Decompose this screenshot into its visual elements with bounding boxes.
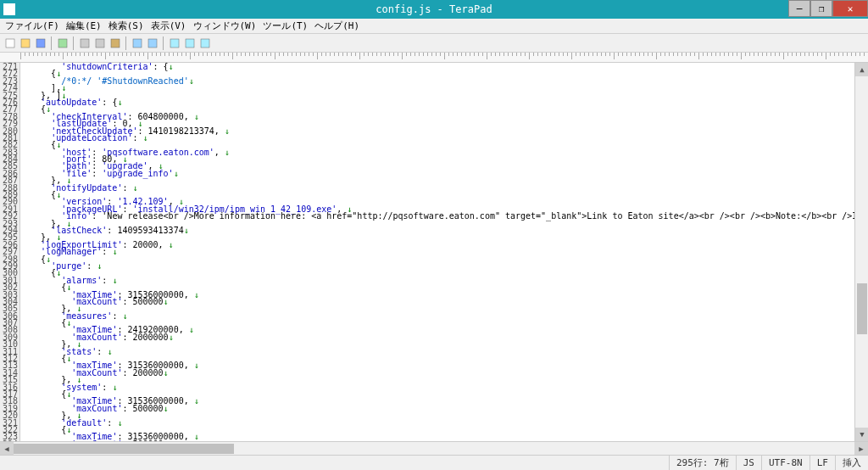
menu-edit[interactable]: 編集(E) [63, 19, 105, 33]
svg-rect-10 [186, 39, 194, 48]
paste-icon[interactable] [108, 36, 122, 50]
scroll-right-arrow[interactable]: ▶ [854, 442, 868, 456]
status-position: 295行: 7桁 [669, 456, 736, 470]
menu-file[interactable]: ファイル(F) [2, 19, 63, 33]
svg-rect-0 [6, 39, 14, 48]
status-newline: LF [810, 456, 835, 470]
copy-icon[interactable] [93, 36, 107, 50]
status-lang: JS [736, 456, 761, 470]
redo-icon[interactable] [146, 36, 159, 50]
vertical-scrollbar[interactable]: ▲ ▼ [854, 63, 868, 441]
open-icon[interactable] [19, 36, 32, 50]
menu-bar: ファイル(F) 編集(E) 検索(S) 表示(V) ウィンドウ(W) ツール(T… [0, 19, 868, 34]
svg-rect-3 [58, 39, 67, 48]
maximize-button[interactable]: ❐ [810, 0, 832, 17]
menu-view[interactable]: 表示(V) [147, 19, 190, 33]
svg-rect-6 [111, 39, 120, 48]
close-button[interactable]: ✕ [832, 0, 868, 17]
status-encoding: UTF-8N [761, 456, 810, 470]
horizontal-scroll-thumb[interactable] [14, 444, 234, 454]
svg-rect-11 [201, 39, 209, 48]
svg-rect-1 [21, 39, 30, 48]
minimize-button[interactable]: ─ [788, 0, 810, 17]
status-bar: 295行: 7桁 JS UTF-8N LF 挿入 [0, 455, 868, 470]
ruler [0, 53, 868, 63]
menu-tool[interactable]: ツール(T) [259, 19, 311, 33]
svg-rect-5 [96, 39, 104, 48]
toolbar [0, 34, 868, 53]
find-prev-icon[interactable] [183, 36, 197, 50]
scroll-left-arrow[interactable]: ◀ [0, 442, 14, 456]
status-insert-mode: 挿入 [835, 456, 868, 470]
menu-help[interactable]: ヘルプ(H) [311, 19, 363, 33]
horizontal-scrollbar[interactable]: ◀ ▶ [0, 441, 868, 455]
vertical-scroll-thumb[interactable] [857, 283, 867, 334]
window-title: config.js - TeraPad [376, 3, 492, 15]
cut-icon[interactable] [78, 36, 92, 50]
save-icon[interactable] [34, 36, 47, 50]
svg-rect-4 [81, 39, 89, 48]
svg-rect-2 [36, 39, 45, 48]
scroll-up-arrow[interactable]: ▲ [855, 63, 868, 76]
line-number-gutter: 2712722732742752762772782792802812822832… [0, 63, 20, 441]
code-editor[interactable]: 'shutdownCriteria': {↓ {↓ /*0:*/ '#Shutd… [20, 63, 854, 441]
find-icon[interactable] [168, 36, 181, 50]
reload-icon[interactable] [56, 36, 70, 50]
title-bar: config.js - TeraPad ─ ❐ ✕ [0, 0, 868, 19]
new-icon[interactable] [3, 36, 17, 50]
svg-rect-7 [133, 39, 142, 48]
scroll-down-arrow[interactable]: ▼ [855, 428, 868, 441]
svg-rect-8 [148, 39, 157, 48]
svg-rect-9 [170, 39, 179, 48]
find-next-icon[interactable] [198, 36, 212, 50]
app-icon [3, 3, 15, 15]
menu-window[interactable]: ウィンドウ(W) [190, 19, 260, 33]
menu-search[interactable]: 検索(S) [105, 19, 147, 33]
undo-icon[interactable] [131, 36, 144, 50]
window-controls: ─ ❐ ✕ [788, 0, 868, 19]
